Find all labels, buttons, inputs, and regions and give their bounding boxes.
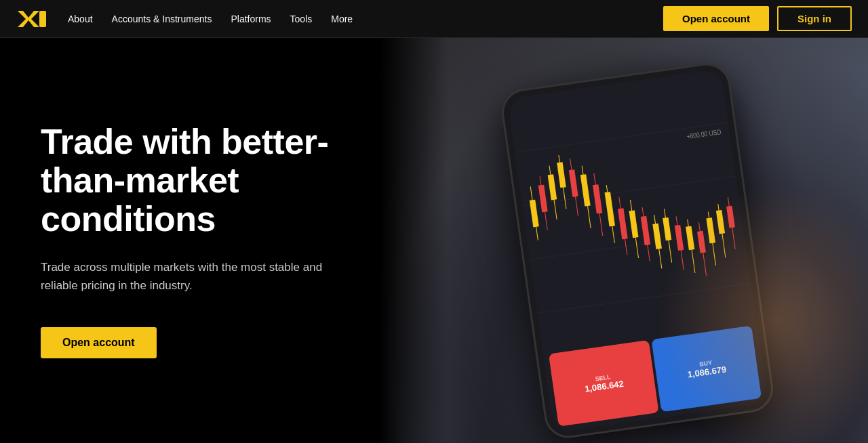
svg-rect-9 [538, 185, 548, 213]
svg-rect-1 [39, 11, 46, 27]
hero-content: Trade with better-than-market conditions… [0, 38, 380, 443]
hero-subtext: Trade across multiple markets with the m… [41, 258, 326, 295]
svg-marker-0 [18, 11, 39, 27]
phone-screen: EURUSD 1:1K [507, 68, 768, 432]
nav-links: About Accounts & Instruments Platforms T… [68, 14, 663, 24]
svg-rect-33 [675, 225, 684, 251]
chart-area: +800.00 USD [507, 68, 756, 349]
svg-rect-27 [641, 216, 650, 245]
hero-open-account-button[interactable]: Open account [41, 327, 157, 358]
svg-rect-21 [605, 192, 615, 226]
svg-text:+800.00 USD: +800.00 USD [686, 127, 722, 140]
svg-rect-11 [548, 174, 557, 200]
svg-rect-13 [557, 162, 566, 188]
svg-rect-31 [663, 217, 671, 240]
nav-tools[interactable]: Tools [290, 14, 313, 24]
nav-more[interactable]: More [331, 14, 353, 24]
phone-wrapper: EURUSD 1:1K [420, 72, 854, 429]
candles [524, 132, 741, 299]
nav-accounts-instruments[interactable]: Accounts & Instruments [112, 14, 212, 24]
svg-rect-37 [697, 231, 706, 253]
svg-rect-35 [686, 226, 694, 251]
svg-rect-23 [618, 208, 628, 239]
sell-button[interactable]: SELL 1,086.642 [549, 339, 659, 426]
logo[interactable] [16, 8, 46, 30]
svg-rect-41 [716, 210, 725, 234]
svg-rect-19 [593, 184, 602, 213]
svg-rect-15 [569, 169, 578, 197]
nav-actions: Open account Sign in [663, 6, 852, 31]
nav-open-account-button[interactable]: Open account [663, 6, 769, 31]
svg-rect-43 [726, 206, 735, 228]
nav-sign-in-button[interactable]: Sign in [777, 6, 852, 31]
svg-rect-39 [706, 217, 715, 243]
hero-headline: Trade with better-than-market conditions [41, 123, 339, 239]
svg-rect-25 [629, 210, 639, 238]
svg-rect-29 [652, 224, 662, 249]
phone-device: EURUSD 1:1K [498, 60, 776, 441]
nav-platforms[interactable]: Platforms [231, 14, 271, 24]
hero-visual: EURUSD 1:1K [380, 38, 868, 443]
navbar: About Accounts & Instruments Platforms T… [0, 0, 868, 38]
svg-line-5 [537, 283, 751, 313]
nav-about[interactable]: About [68, 14, 93, 24]
svg-rect-17 [580, 174, 591, 206]
hero-section: Trade with better-than-market conditions… [0, 38, 868, 443]
buy-button[interactable]: BUY 1,086.679 [651, 325, 762, 412]
